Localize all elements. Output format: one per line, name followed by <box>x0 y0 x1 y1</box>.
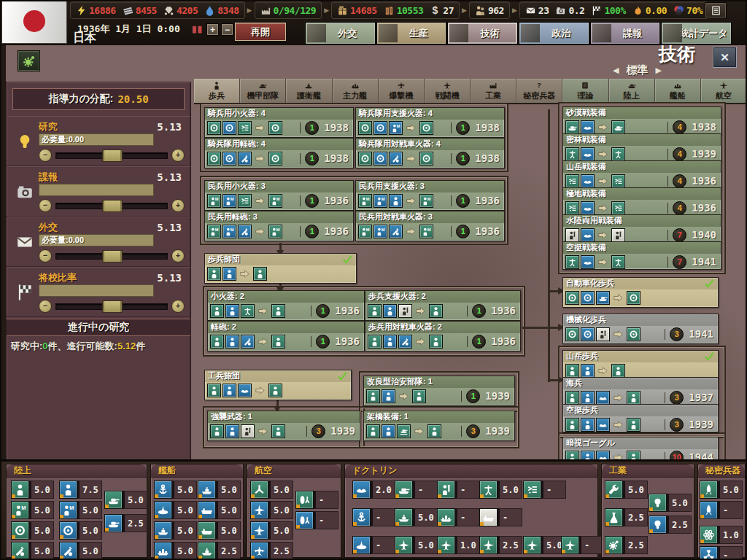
speed-cell: 5.0 <box>59 501 102 519</box>
ring-icon <box>376 154 385 163</box>
nav-diplomacy-button[interactable]: 外交 <box>305 22 376 44</box>
tech-box-militia-light-artillery[interactable]: 民兵用軽砲: 311936 <box>204 211 354 241</box>
person-icon <box>271 386 280 395</box>
tech-box-amphibious-equipment[interactable]: 水陸両用戦装備71940 <box>562 214 721 243</box>
tech-box-militia-support-weapons[interactable]: 民兵用支援火器: 311936 <box>355 180 505 211</box>
main-menu-bar: 外交生産技術政治諜報統計データ <box>305 22 732 44</box>
tech-box-infantry-division[interactable]: 歩兵師団 <box>204 253 357 284</box>
arrow-icon <box>255 386 266 395</box>
tech-box-motorized-infantry[interactable]: 自動車化歩兵 <box>562 277 719 308</box>
ring-icon <box>568 330 577 339</box>
person-component-icon <box>210 335 224 349</box>
resume-button[interactable]: 再開 <box>235 23 286 41</box>
personM-icon <box>376 196 385 206</box>
speed-value: 5.0 <box>216 521 241 540</box>
nav-statistics-button[interactable]: 統計データ <box>661 22 732 44</box>
tech-title: 暗視ゴーグル <box>563 438 718 449</box>
tech-box-paratroopers[interactable]: 空挺歩兵31939 <box>562 404 719 432</box>
speed-cell: 7.5 <box>59 481 102 499</box>
speed-cell: 5.0 <box>198 481 241 499</box>
person-icon <box>228 337 237 346</box>
person-icon <box>209 269 219 279</box>
nav-politics-button[interactable]: 政治 <box>519 22 589 44</box>
tech-title: 軽砲: 2 <box>208 322 364 333</box>
person-component-icon <box>581 418 595 432</box>
divider <box>467 306 468 316</box>
arrow-icon <box>415 306 426 316</box>
tech-components: 11936 <box>356 192 504 209</box>
ring-icon <box>225 154 234 163</box>
tech-box-infantry-support-weapons[interactable]: 歩兵支援火器: 211936 <box>365 290 521 321</box>
tech-box-small-arms[interactable]: 小火器: 211936 <box>207 290 365 321</box>
tech-box-desert-equipment[interactable]: 砂漠戦装備41938 <box>562 106 721 135</box>
nav-intelligence-button[interactable]: 諜報 <box>590 22 661 44</box>
nav-technology-button[interactable]: 技術 <box>447 22 518 44</box>
barrage-component-icon <box>238 121 252 135</box>
flask-icon <box>608 511 620 524</box>
tech-box-mountain-equipment[interactable]: 山岳戦装備41936 <box>562 160 721 189</box>
speed-value: 5.0 <box>268 481 293 499</box>
tech-components: 71940 <box>563 227 721 243</box>
tech-box-assault-weapons[interactable]: 強襲武器: 131939 <box>207 411 360 441</box>
speed-cell: 5.0 <box>523 536 566 554</box>
tech-box-arctic-equipment[interactable]: 極地戦装備41936 <box>562 187 721 216</box>
tech-box-mountain-infantry[interactable]: 山岳歩兵 <box>562 350 719 378</box>
tech-components: 11938 <box>205 150 353 166</box>
tech-box-improved-police[interactable]: 改良型治安部隊: 111939 <box>363 376 515 406</box>
tech-box-light-artillery[interactable]: 軽砲: 211936 <box>207 321 365 351</box>
divider <box>667 176 668 187</box>
connector-line <box>548 109 550 382</box>
bridgetank-component-icon <box>397 424 411 438</box>
personM-component-icon <box>268 225 282 238</box>
tech-box-cavalry-support-weapons[interactable]: 騎兵隊用支援火器: 411938 <box>355 107 505 138</box>
tech-box-engineer-brigade[interactable]: 工兵旅団 <box>204 370 352 400</box>
speed-value: 7.5 <box>77 481 102 499</box>
destroyer-icon <box>201 483 213 496</box>
tank-icon <box>598 293 608 303</box>
person-icon <box>629 393 638 402</box>
speed-plus-button[interactable]: + <box>206 23 219 36</box>
tech-box-mechanized-infantry[interactable]: 機械化歩兵31941 <box>562 314 719 344</box>
battleship-icon <box>154 542 172 560</box>
speed-cell: 5.0 <box>649 494 692 512</box>
destroyer-icon <box>198 481 216 499</box>
antenna-component-icon <box>241 304 255 318</box>
speed-value: 1.0 <box>455 536 480 554</box>
tech-box-infantry-anti-tank[interactable]: 歩兵用対戦車火器: 211936 <box>365 321 521 351</box>
tech-box-marines[interactable]: 海兵31937 <box>562 377 719 405</box>
year-label: 1936 <box>491 305 516 316</box>
speed-cell: 5.0 <box>154 481 197 499</box>
tech-box-airborne-equipment[interactable]: 空挺戦装備71941 <box>562 241 721 270</box>
person-component-icon <box>207 384 221 397</box>
personM-icon <box>209 196 219 206</box>
tech-box-militia-small-arms[interactable]: 民兵用小火器: 311936 <box>204 180 354 211</box>
difficulty-badge: 1 <box>466 389 480 403</box>
tech-title: 民兵用支援火器: 3 <box>356 181 504 192</box>
speed-minus-button[interactable]: − <box>221 23 233 36</box>
arrow-icon <box>414 427 425 436</box>
tech-box-cavalry-small-arms[interactable]: 騎兵用小火器: 411938 <box>204 107 354 138</box>
antenna-icon <box>243 306 252 316</box>
carrier-icon <box>201 504 213 516</box>
tank-component-icon <box>565 120 579 134</box>
year-label: 1938 <box>692 121 716 133</box>
destroyer-icon <box>398 511 410 524</box>
antenna-component-icon <box>611 147 625 161</box>
speed-value: 2.5 <box>268 542 293 560</box>
nav-production-button[interactable]: 生産 <box>376 22 447 44</box>
tech-box-jungle-equipment[interactable]: 密林戦装備41939 <box>562 133 721 162</box>
speed-value: 5.0 <box>172 521 197 540</box>
tech-box-cavalry-light-artillery[interactable]: 騎兵隊用軽砲: 411938 <box>204 138 354 168</box>
section-title: 秘密兵器 <box>698 464 745 478</box>
person-component-icon <box>268 384 282 397</box>
person-icon <box>385 337 395 346</box>
barrage-icon <box>568 203 577 213</box>
tech-box-bridging-equipment[interactable]: 架橋装備: 131939 <box>363 411 515 441</box>
personM-icon <box>391 123 400 133</box>
check-icon <box>336 370 348 381</box>
speed-cell: 5.0 <box>11 481 54 499</box>
tech-box-militia-anti-tank[interactable]: 民兵用対戦車火器: 311936 <box>355 211 505 241</box>
wing-component-icon <box>596 391 610 405</box>
tech-box-cavalry-anti-tank[interactable]: 騎兵隊用対戦車火器: 411938 <box>355 138 505 168</box>
difficulty-badge: 1 <box>316 304 330 318</box>
